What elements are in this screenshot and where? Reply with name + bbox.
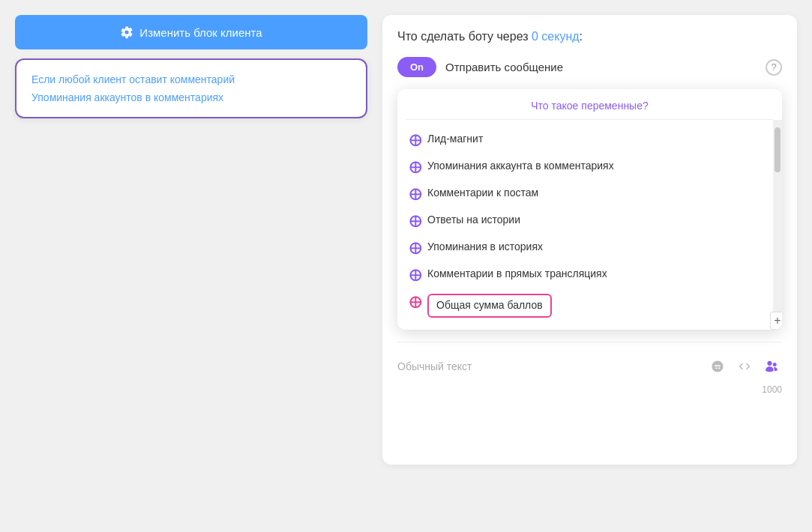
emoji-icon bbox=[711, 360, 724, 373]
scroll-plus-button[interactable]: + bbox=[770, 312, 782, 330]
right-panel: Что сделать боту через 0 секунд: On Отпр… bbox=[382, 15, 797, 465]
change-block-button[interactable]: Изменить блок клиента bbox=[15, 15, 367, 49]
plus-icon: ⨁ bbox=[409, 160, 421, 174]
bottom-section: Обычный текст bbox=[397, 342, 782, 395]
item-text: Лид-магнит bbox=[427, 132, 483, 147]
plus-icon: ⨁ bbox=[409, 267, 421, 282]
code-icon-button[interactable] bbox=[734, 356, 755, 377]
list-item[interactable]: ⨁ Упоминания в историях bbox=[397, 234, 782, 261]
list-item[interactable]: ⨁ Упоминания аккаунта в комментариях bbox=[397, 153, 782, 180]
bottom-bar: Обычный текст bbox=[397, 351, 782, 381]
plain-text-label: Обычный текст bbox=[397, 360, 472, 372]
scroll-track: + bbox=[773, 120, 782, 330]
variable-icon bbox=[765, 360, 778, 373]
scroll-thumb[interactable] bbox=[775, 127, 781, 172]
header-seconds: 0 секунд bbox=[532, 30, 580, 43]
dropdown-list-wrapper: ⨁ Лид-магнит ⨁ Упоминания аккаунта в ком… bbox=[397, 120, 782, 330]
left-panel: Изменить блок клиента Если любой клиент … bbox=[15, 15, 367, 118]
item-text: Упоминания в историях bbox=[427, 240, 543, 255]
plus-icon: ⨁ bbox=[409, 133, 421, 147]
item-text: Общая сумма баллов bbox=[427, 294, 552, 318]
header-suffix: : bbox=[580, 30, 583, 43]
list-item[interactable]: ⨁ Комментарии в прямых трансляциях bbox=[397, 261, 782, 288]
dropdown-popup: Что такое переменные? ⨁ Лид-магнит ⨁ Упо… bbox=[397, 89, 782, 330]
list-item[interactable]: ⨁ Ответы на истории bbox=[397, 207, 782, 234]
right-panel-header: Что сделать боту через 0 секунд: bbox=[397, 30, 782, 43]
header-prefix: Что сделать боту через bbox=[397, 30, 532, 43]
toggle-on-button[interactable]: On bbox=[397, 57, 436, 77]
client-card-item-1[interactable]: Если любой клиент оставит комментарий bbox=[31, 73, 351, 85]
bottom-icons bbox=[707, 356, 782, 377]
item-text: Ответы на истории bbox=[427, 213, 520, 228]
code-icon bbox=[738, 360, 751, 373]
char-count: 1000 bbox=[397, 384, 782, 395]
dropdown-header: Что такое переменные? bbox=[397, 89, 782, 119]
variable-icon-button[interactable] bbox=[761, 356, 782, 377]
send-message-label: Отправить сообщение bbox=[445, 61, 757, 73]
item-text: Комментарии к постам bbox=[427, 186, 538, 201]
item-text: Упоминания аккаунта в комментариях bbox=[427, 159, 614, 174]
plus-icon: ⨁ bbox=[409, 214, 421, 228]
help-icon-label: ? bbox=[771, 61, 776, 73]
client-card-item-2[interactable]: Упоминания аккаунтов в комментариях bbox=[31, 91, 351, 103]
emoji-icon-button[interactable] bbox=[707, 356, 728, 377]
list-item[interactable]: ⨁ Комментарии к постам bbox=[397, 180, 782, 207]
plus-icon: ⨁ bbox=[409, 187, 421, 201]
plus-icon: ⨁ bbox=[409, 241, 421, 255]
plus-icon: ⨁ bbox=[409, 294, 421, 309]
help-icon[interactable]: ? bbox=[766, 59, 782, 76]
list-item-highlighted[interactable]: ⨁ Общая сумма баллов bbox=[397, 288, 782, 324]
send-bar: On Отправить сообщение ? bbox=[397, 57, 782, 77]
client-card: Если любой клиент оставит комментарий Уп… bbox=[15, 58, 367, 118]
gear-icon bbox=[120, 25, 133, 39]
item-text: Комментарии в прямых трансляциях bbox=[427, 267, 607, 282]
change-block-label: Изменить блок клиента bbox=[139, 26, 262, 39]
list-item[interactable]: ⨁ Лид-магнит bbox=[397, 126, 782, 153]
dropdown-list[interactable]: ⨁ Лид-магнит ⨁ Упоминания аккаунта в ком… bbox=[397, 120, 782, 330]
